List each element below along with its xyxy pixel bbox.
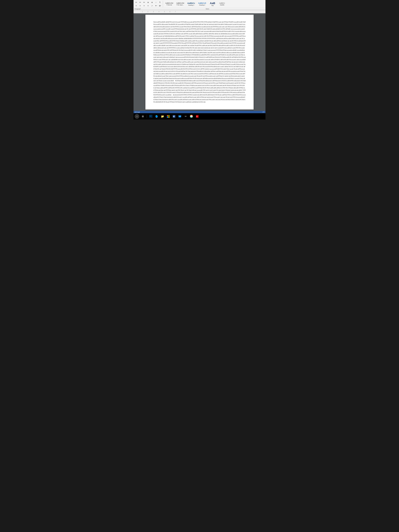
taskbar-edge[interactable]:  <box>148 114 153 119</box>
align-left-btn[interactable]: ≡ <box>134 4 138 7</box>
toolbar-labels: Paragraph Styles <box>133 8 266 10</box>
svg-rect-4 <box>168 116 170 118</box>
taskbar-folder[interactable]: 📁 <box>160 114 165 119</box>
svg-text:W: W <box>173 115 175 117</box>
align-justify-btn[interactable]: ≡ <box>146 4 150 7</box>
list-number-btn[interactable]: ≡▾ <box>138 0 142 4</box>
border-btn[interactable]: ⊞▾ <box>158 4 162 7</box>
style-title-preview: AaB <box>210 2 215 5</box>
application-window: ≡▾ ≡▾ ≡▾ ≣ ≣ ↕ ¶ ≡ ≡ ≡ ≡ ↕▾ ✦▾ ⊞▾ <box>133 0 266 120</box>
style-heading1-label: Heading 1 <box>188 5 194 6</box>
document-page: TACAATTAATATCATATTTCACCCGAACTTTTATGAAAAG… <box>146 15 253 109</box>
indent-increase-btn[interactable]: ≣ <box>150 0 154 4</box>
svg-rect-2 <box>168 115 170 116</box>
taskbar-outlook[interactable] <box>177 114 182 119</box>
ruler-marker: · · · 1 · · · · · · 2 · · · · · · 3 · · … <box>140 11 176 13</box>
line-spacing-btn[interactable]: ↕▾ <box>150 4 154 7</box>
style-subtitle-label: Subtitle <box>220 4 224 6</box>
align-right-btn[interactable]: ≡ <box>142 4 146 7</box>
style-normal[interactable]: AaBbCcDd ¶ Normal <box>164 2 174 6</box>
style-title-label: Title <box>211 5 214 6</box>
para-row-1: ≡▾ ≡▾ ≡▾ ≣ ≣ ↕ ¶ <box>134 0 162 4</box>
taskbar-word[interactable]: W <box>172 114 176 119</box>
style-nospace-preview: AaBbCcDd <box>176 2 184 4</box>
indent-decrease-btn[interactable]: ≣ <box>146 0 150 4</box>
taskbar-search[interactable]: ⊞ <box>140 114 145 119</box>
start-button[interactable]: ○ <box>135 114 139 119</box>
taskbar-scissors[interactable]: ✂ <box>183 114 188 119</box>
style-nospace[interactable]: AaBbCcDd ¶ No Spac... <box>175 2 185 6</box>
svg-point-10 <box>191 116 192 117</box>
paragraph-label: Paragraph <box>135 8 150 10</box>
list-multi-btn[interactable]: ≡▾ <box>142 0 146 4</box>
ruler-markers: · · · 1 · · · · · · 2 · · · · · · 3 · · … <box>135 11 264 13</box>
toolbar-area: ≡▾ ≡▾ ≡▾ ≣ ≣ ↕ ¶ ≡ ≡ ≡ ≡ ↕▾ ✦▾ ⊞▾ <box>133 0 266 10</box>
style-subtitle[interactable]: AaBbCc Subtitle <box>218 2 226 6</box>
style-nospace-label: ¶ No Spac... <box>177 4 184 6</box>
style-heading2-label: Heading 2 <box>199 4 205 6</box>
document-area[interactable]: TACAATTAATATCATATTTCACCCGAACTTTTATGAAAAG… <box>133 13 266 111</box>
style-title[interactable]: AaB Title <box>208 1 217 6</box>
taskbar-acrobat[interactable]: A <box>195 114 200 119</box>
taskbar-edge-icon[interactable] <box>154 114 159 119</box>
svg-text:A: A <box>196 115 198 117</box>
status-text: od to go <box>135 111 140 113</box>
svg-rect-3 <box>167 116 168 118</box>
style-normal-preview: AaBbCcDd <box>165 2 173 4</box>
styles-section-label: Styles <box>150 8 264 10</box>
toolbar-styles-row: ≡▾ ≡▾ ≡▾ ≣ ≣ ↕ ¶ ≡ ≡ ≡ ≡ ↕▾ ✦▾ ⊞▾ <box>133 0 266 8</box>
align-center-btn[interactable]: ≡ <box>138 4 142 7</box>
status-right: □ F <box>262 111 264 113</box>
paragraph-group: ≡▾ ≡▾ ≡▾ ≣ ≣ ↕ ¶ ≡ ≡ ≡ ≡ ↕▾ ✦▾ ⊞▾ <box>134 0 163 7</box>
style-heading1[interactable]: AaBbCc Heading 1 <box>186 2 196 6</box>
style-normal-label: ¶ Normal <box>166 4 172 6</box>
style-heading2[interactable]: AaBbCcD Heading 2 <box>197 2 207 6</box>
taskbar-divider <box>147 115 147 118</box>
list-bullet-btn[interactable]: ≡▾ <box>134 0 138 4</box>
svg-rect-7 <box>178 115 181 117</box>
style-heading2-preview: AaBbCcD <box>198 2 206 4</box>
document-content[interactable]: TACAATTAATATCATATTTCACCCGAACTTTTATGAAAAG… <box>153 21 246 103</box>
style-heading1-preview: AaBbCc <box>187 2 195 4</box>
taskbar: ○ ⊞  📁 W ✂ <box>133 113 266 120</box>
taskbar-chrome[interactable] <box>189 114 194 119</box>
svg-rect-1 <box>167 115 168 116</box>
styles-group: AaBbCcDd ¶ Normal AaBbCcDd ¶ No Spac... … <box>164 0 265 7</box>
taskbar-windows-store[interactable] <box>166 114 171 119</box>
shading-btn[interactable]: ✦▾ <box>154 4 158 7</box>
para-row-2: ≡ ≡ ≡ ≡ ↕▾ ✦▾ ⊞▾ <box>134 4 162 7</box>
ruler: · · · 1 · · · · · · 2 · · · · · · 3 · · … <box>133 10 266 13</box>
show-marks-btn[interactable]: ¶ <box>158 0 162 4</box>
status-bar: od to go □ F <box>133 111 266 113</box>
sort-btn[interactable]: ↕ <box>154 0 158 4</box>
style-subtitle-preview: AaBbCc <box>219 2 225 4</box>
